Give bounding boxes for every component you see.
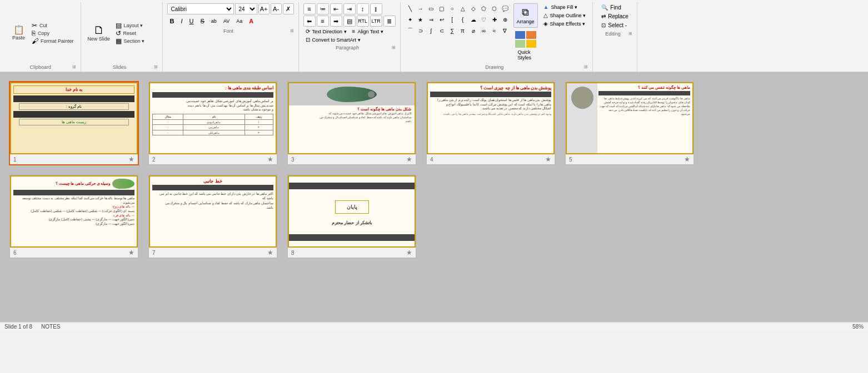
shape-pentagon[interactable]: ⬠ bbox=[479, 3, 489, 13]
shape-effects-button[interactable]: ◈ Shape Effects ▾ bbox=[541, 20, 588, 27]
shadow-button[interactable]: ab bbox=[208, 16, 220, 27]
paste-button[interactable]: 📋 Paste bbox=[9, 24, 28, 42]
copy-icon: ⎘ bbox=[32, 30, 36, 37]
text-direction-button[interactable]: ⟳ Text Direction ▾ bbox=[303, 28, 349, 35]
font-name-select[interactable]: Calibri bbox=[167, 3, 234, 14]
char-spacing-button[interactable]: AV bbox=[221, 16, 232, 27]
shape-oval[interactable]: ○ bbox=[447, 3, 457, 13]
bullets-button[interactable]: ≡ bbox=[303, 3, 316, 14]
numbering-button[interactable]: ≔ bbox=[317, 3, 329, 14]
shape-eq10[interactable]: ∇ bbox=[500, 26, 510, 36]
slide-thumb-3[interactable]: شکل بدن ماهی ها چگونه است ؟ اکثر از ماهی… bbox=[287, 81, 417, 165]
shape-star5[interactable]: ★ bbox=[416, 14, 426, 24]
shape-cross[interactable]: ✚ bbox=[490, 14, 500, 24]
columns-button[interactable]: ⫿ bbox=[370, 3, 382, 14]
new-slide-button[interactable]: 🗋 New Slide bbox=[86, 23, 112, 43]
font-expand-icon[interactable]: ⊞ bbox=[290, 28, 294, 33]
underline-button[interactable]: U bbox=[187, 16, 197, 27]
slide-thumb-5[interactable]: ماهی ها چگونه تنفس می کنند ؟ ماهی ها با … bbox=[565, 81, 695, 165]
align-center-button[interactable]: ≡ bbox=[317, 16, 329, 27]
slide-3-star: ★ bbox=[406, 155, 412, 163]
shape-bracket[interactable]: [ bbox=[447, 14, 457, 24]
shape-hexagon[interactable]: ⬡ bbox=[490, 3, 500, 13]
reset-button[interactable]: ↺ Reset bbox=[113, 29, 158, 37]
shape-cloud[interactable]: ☁ bbox=[468, 14, 478, 24]
shape-brace[interactable]: { bbox=[458, 14, 468, 24]
italic-button[interactable]: I bbox=[178, 16, 186, 27]
shape-eq5[interactable]: ∑ bbox=[447, 26, 457, 36]
shape-callout[interactable]: 💬 bbox=[500, 3, 510, 13]
editing-expand-icon[interactable]: ⊞ bbox=[628, 31, 632, 36]
quick-styles-button[interactable]: Quick Styles bbox=[513, 29, 538, 63]
shape-eq4[interactable]: ⊂ bbox=[437, 26, 447, 36]
font-color-button[interactable]: A bbox=[246, 16, 256, 27]
slide-5-text: ماهی ها چگونه تنفس می کنند ؟ ماهی ها با … bbox=[597, 83, 692, 153]
shape-line[interactable]: ╲ bbox=[405, 3, 415, 13]
justify-button[interactable]: ▤ bbox=[343, 16, 356, 27]
slide-thumb-1[interactable]: به نام خدا نام گروه : زیست ماهی ها 1 ★ bbox=[9, 81, 139, 165]
slide-6-bar bbox=[13, 190, 134, 195]
line-spacing-button[interactable]: ↕ bbox=[357, 3, 369, 14]
change-case-button[interactable]: Aa bbox=[233, 16, 245, 27]
bold-button[interactable]: B bbox=[167, 16, 177, 27]
smart-art-bullet-button[interactable]: ≣ bbox=[383, 16, 396, 27]
select-icon: ⊡ bbox=[601, 22, 606, 28]
slides-expand-icon[interactable]: ⊞ bbox=[154, 64, 158, 69]
shape-eq3[interactable]: ∫ bbox=[426, 26, 436, 36]
slide-thumb-2[interactable]: اساس طبقه بندی ماهی ها : بر اساس ماهی آم… bbox=[148, 81, 278, 165]
shape-eq8[interactable]: ∞ bbox=[479, 26, 489, 36]
copy-button[interactable]: ⎘ Copy bbox=[29, 29, 76, 37]
slide-thumb-7[interactable]: خط جانبی اکثر ماهی ها در خارش بدن دارای … bbox=[148, 174, 278, 259]
notes-button[interactable]: NOTES bbox=[41, 324, 60, 330]
format-painter-button[interactable]: 🖌 Format Painter bbox=[29, 37, 76, 45]
shape-eq7[interactable]: ⌀ bbox=[468, 26, 478, 36]
shape-arrow[interactable]: → bbox=[416, 3, 426, 13]
cut-button[interactable]: ✂ Cut bbox=[29, 22, 76, 29]
slide-thumb-6[interactable]: وسیله ی حرکتی ماهی ها چیست ؟ ماهی ها توس… bbox=[9, 174, 139, 259]
slide-2-number: 2 bbox=[152, 157, 156, 163]
replace-button[interactable]: ⇄ Replace bbox=[598, 12, 632, 21]
select-button[interactable]: ⊡ Select - bbox=[598, 21, 632, 29]
strikethrough-button[interactable]: S bbox=[198, 16, 207, 27]
shape-star4[interactable]: ✦ bbox=[405, 14, 415, 24]
align-right-button[interactable]: ➡ bbox=[330, 16, 342, 27]
clear-formatting-button[interactable]: ✗ bbox=[283, 3, 294, 14]
text-direction-icon: ⟳ bbox=[306, 28, 310, 34]
shape-diamond[interactable]: ◇ bbox=[468, 3, 478, 13]
font-size-select[interactable]: 24 bbox=[235, 3, 257, 14]
shape-curved-arrow[interactable]: ↩ bbox=[437, 14, 447, 24]
shape-more[interactable]: ⊕ bbox=[500, 14, 510, 24]
ltr-button[interactable]: LTR bbox=[370, 16, 382, 27]
shape-outline-button[interactable]: △ Shape Outline ▾ bbox=[541, 12, 588, 19]
slide-thumb-8[interactable]: پایان باتشکر از حضار محترم 8 ★ bbox=[287, 174, 417, 259]
increase-indent-button[interactable]: ⇥ bbox=[343, 3, 356, 14]
convert-smartart-button[interactable]: ⊡ Convert to SmartArt ▾ bbox=[303, 36, 363, 43]
drawing-expand-icon[interactable]: ⊞ bbox=[584, 64, 588, 69]
shape-eq2[interactable]: ⊃ bbox=[416, 26, 426, 36]
find-button[interactable]: 🔍 Find bbox=[598, 3, 632, 12]
slide-2-wrapper: اساس طبقه بندی ماهی ها : بر اساس ماهی آم… bbox=[148, 81, 278, 165]
clipboard-expand-icon[interactable]: ⊞ bbox=[72, 64, 76, 69]
font-size-increase-button[interactable]: A+ bbox=[258, 3, 270, 14]
shape-rect[interactable]: ▭ bbox=[426, 3, 436, 13]
shape-rounded-rect[interactable]: ▢ bbox=[437, 3, 447, 13]
slide-thumb-4[interactable]: پوشش بدن ماهی ها از چه چیزی است ؟ پوشش ب… bbox=[426, 81, 556, 165]
slide-8-title-box: پایان bbox=[335, 200, 369, 214]
shape-triangle[interactable]: △ bbox=[458, 3, 468, 13]
shape-block-arrow[interactable]: ⇒ bbox=[426, 14, 436, 24]
layout-button[interactable]: ▤ Layout ▾ bbox=[113, 22, 158, 29]
paragraph-expand-icon[interactable]: ⊞ bbox=[392, 45, 396, 50]
shape-fill-button[interactable]: ▲ Shape Fill ▾ bbox=[541, 3, 588, 11]
shape-eq1[interactable]: ⌒ bbox=[405, 26, 415, 36]
align-left-button[interactable]: ⬅ bbox=[303, 16, 316, 27]
arrange-button[interactable]: ⧉ Arrange bbox=[513, 3, 538, 28]
section-button[interactable]: ▦ Section ▾ bbox=[113, 37, 158, 45]
shape-heart[interactable]: ♡ bbox=[479, 14, 489, 24]
shape-eq6[interactable]: π bbox=[458, 26, 468, 36]
rtl-button[interactable]: RTL bbox=[357, 16, 369, 27]
align-text-button[interactable]: ≡ Align Text ▾ bbox=[350, 28, 386, 35]
font-size-decrease-button[interactable]: A- bbox=[271, 3, 282, 14]
decrease-indent-button[interactable]: ⇤ bbox=[330, 3, 342, 14]
shape-eq9[interactable]: ≈ bbox=[490, 26, 500, 36]
slides-label: Slides bbox=[86, 63, 154, 70]
